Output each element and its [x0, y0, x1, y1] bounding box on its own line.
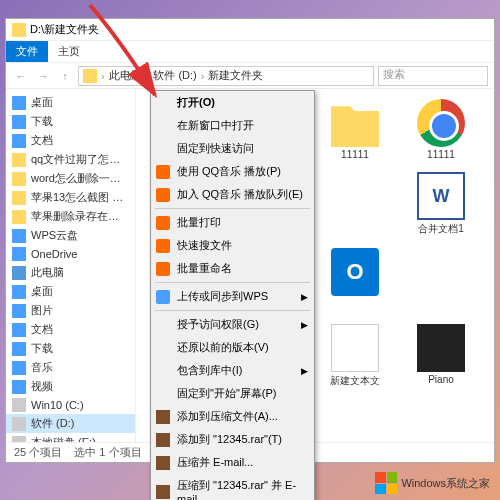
menu-item[interactable]: 授予访问权限(G)▶	[151, 313, 314, 336]
sidebar-item[interactable]: 文档	[6, 320, 135, 339]
file-item[interactable]	[318, 248, 392, 312]
file-item[interactable]: 合并文档1	[404, 172, 478, 236]
sidebar-item[interactable]: 下载	[6, 112, 135, 131]
menu-label: 上传或同步到WPS	[177, 289, 268, 304]
sidebar-icon	[12, 380, 26, 394]
sidebar-label: WPS云盘	[31, 228, 78, 243]
menu-item[interactable]: 批量重命名	[151, 257, 314, 280]
sidebar-icon	[12, 191, 26, 205]
windows-logo-icon	[375, 472, 397, 494]
sidebar-item[interactable]: 文档	[6, 131, 135, 150]
context-menu: 打开(O)在新窗口中打开固定到快速访问使用 QQ音乐 播放(P)加入 QQ音乐 …	[150, 90, 315, 500]
menu-icon	[156, 188, 170, 202]
menu-label: 固定到快速访问	[177, 141, 254, 156]
sidebar-item[interactable]: WPS云盘	[6, 226, 135, 245]
sidebar-label: word怎么删除一整页	[31, 171, 129, 186]
menu-item[interactable]: 批量打印	[151, 211, 314, 234]
status-selected: 选中 1 个项目	[74, 445, 141, 460]
submenu-arrow-icon: ▶	[301, 292, 308, 302]
window-title: D:\新建文件夹	[30, 22, 99, 37]
back-button[interactable]: ←	[12, 67, 30, 85]
sidebar-icon	[12, 172, 26, 186]
menu-item[interactable]: 快速搜文件	[151, 234, 314, 257]
menu-separator	[155, 282, 310, 283]
menu-item[interactable]: 压缩并 E-mail...	[151, 451, 314, 474]
menu-item[interactable]: 固定到"开始"屏幕(P)	[151, 382, 314, 405]
menu-item[interactable]: 还原以前的版本(V)	[151, 336, 314, 359]
sidebar-label: qq文件过期了怎么恢	[31, 152, 129, 167]
sidebar-icon	[12, 417, 26, 431]
sidebar-label: 本地磁盘 (E:)	[31, 435, 96, 442]
file-item[interactable]: Piano	[404, 324, 478, 398]
sidebar-label: 图片	[31, 303, 53, 318]
sidebar-item[interactable]: word怎么删除一整页	[6, 169, 135, 188]
menu-label: 添加到 "12345.rar"(T)	[177, 432, 282, 447]
menu-item[interactable]: 使用 QQ音乐 播放(P)	[151, 160, 314, 183]
menu-item[interactable]: 添加到压缩文件(A)...	[151, 405, 314, 428]
sidebar-label: 文档	[31, 133, 53, 148]
sidebar-item[interactable]: 软件 (D:)	[6, 414, 135, 433]
breadcrumb[interactable]: › 此电脑 › 软件 (D:) › 新建文件夹	[78, 66, 374, 86]
sidebar-item[interactable]: 苹果13怎么截图 苹果	[6, 188, 135, 207]
menu-label: 固定到"开始"屏幕(P)	[177, 386, 276, 401]
file-icon	[417, 324, 465, 372]
tab-file[interactable]: 文件	[6, 41, 48, 62]
titlebar: D:\新建文件夹	[6, 19, 494, 41]
menu-label: 批量重命名	[177, 261, 232, 276]
menu-item[interactable]: 打开(O)	[151, 91, 314, 114]
file-item[interactable]: 11111	[318, 99, 392, 160]
sidebar-icon	[12, 210, 26, 224]
file-item[interactable]: 新建文本文	[318, 324, 392, 398]
sidebar-item[interactable]: 桌面	[6, 282, 135, 301]
sidebar-item[interactable]: 视频	[6, 377, 135, 396]
file-item[interactable]	[404, 248, 478, 312]
search-input[interactable]: 搜索	[378, 66, 488, 86]
file-name: Piano	[428, 374, 454, 385]
file-name: 合并文档1	[418, 222, 464, 236]
file-name: 11111	[341, 149, 369, 160]
menu-label: 压缩到 "12345.rar" 并 E-mail	[177, 478, 306, 500]
up-button[interactable]: ↑	[56, 67, 74, 85]
menu-icon	[156, 290, 170, 304]
sidebar-item[interactable]: OneDrive	[6, 245, 135, 263]
sidebar-item[interactable]: Win10 (C:)	[6, 396, 135, 414]
folder-icon	[12, 23, 26, 37]
sidebar-label: 桌面	[31, 95, 53, 110]
file-item[interactable]	[318, 172, 392, 236]
sidebar-label: 下载	[31, 114, 53, 129]
sidebar-item[interactable]: 下载	[6, 339, 135, 358]
watermark: Windows系统之家	[375, 472, 490, 494]
menu-item[interactable]: 加入 QQ音乐 播放队列(E)	[151, 183, 314, 206]
menu-item[interactable]: 固定到快速访问	[151, 137, 314, 160]
menu-icon	[156, 410, 170, 424]
sidebar-label: 视频	[31, 379, 53, 394]
tab-home[interactable]: 主页	[48, 41, 90, 62]
folder-icon	[83, 69, 97, 83]
sidebar-icon	[12, 153, 26, 167]
file-item[interactable]: 11111	[404, 99, 478, 160]
submenu-arrow-icon: ▶	[301, 320, 308, 330]
sidebar-item[interactable]: 图片	[6, 301, 135, 320]
menu-label: 添加到压缩文件(A)...	[177, 409, 278, 424]
menu-item[interactable]: 添加到 "12345.rar"(T)	[151, 428, 314, 451]
sidebar-item[interactable]: 苹果删除录存在哪里	[6, 207, 135, 226]
sidebar-item[interactable]: qq文件过期了怎么恢	[6, 150, 135, 169]
sidebar-item[interactable]: 桌面	[6, 93, 135, 112]
sidebar-icon	[12, 361, 26, 375]
sidebar-item[interactable]: 此电脑	[6, 263, 135, 282]
status-count: 25 个项目	[14, 445, 62, 460]
menu-item[interactable]: 压缩到 "12345.rar" 并 E-mail	[151, 474, 314, 500]
sidebar-icon	[12, 342, 26, 356]
sidebar-item[interactable]: 本地磁盘 (E:)	[6, 433, 135, 442]
sidebar-item[interactable]: 音乐	[6, 358, 135, 377]
menu-item[interactable]: 上传或同步到WPS▶	[151, 285, 314, 308]
menu-separator	[155, 208, 310, 209]
sidebar-icon	[12, 285, 26, 299]
menu-item[interactable]: 包含到库中(I)▶	[151, 359, 314, 382]
file-icon	[417, 248, 465, 296]
submenu-arrow-icon: ▶	[301, 366, 308, 376]
ribbon-tabs: 文件 主页	[6, 41, 494, 63]
sidebar-label: 音乐	[31, 360, 53, 375]
menu-item[interactable]: 在新窗口中打开	[151, 114, 314, 137]
forward-button[interactable]: →	[34, 67, 52, 85]
